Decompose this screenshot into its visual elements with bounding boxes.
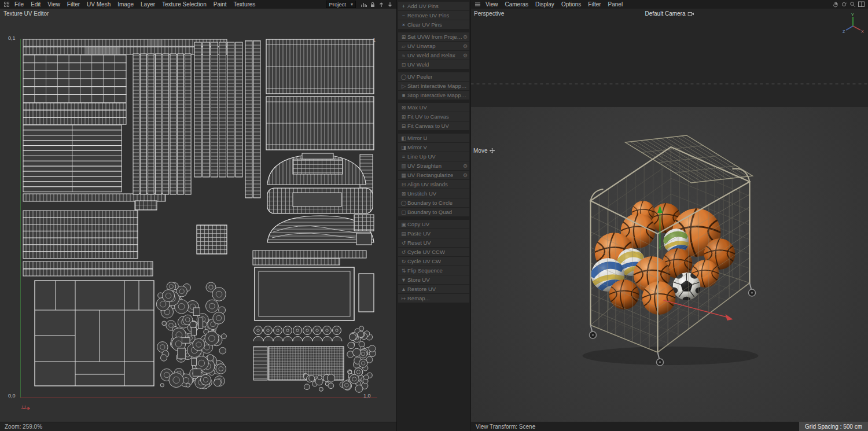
- tool-item-uv-weld-and-relax[interactable]: ≈UV Weld and Relax⚙: [398, 51, 469, 60]
- menu-display[interactable]: Display: [532, 0, 558, 9]
- pan-hand-icon[interactable]: [831, 0, 840, 9]
- stop-mapping-icon: ■: [400, 93, 407, 98]
- tool-item-align-uv-islands[interactable]: ⊟Align UV Islands: [398, 180, 469, 189]
- tool-item-label: Boundary to Quad: [407, 209, 452, 215]
- scene-3d[interactable]: [471, 9, 868, 422]
- start-mapping-icon: ▷: [400, 83, 407, 89]
- hamburger-icon[interactable]: [473, 0, 482, 9]
- tool-item-remove-uv-pins[interactable]: −Remove UV Pins: [398, 11, 469, 20]
- tool-item-cycle-uv-cw[interactable]: ↻Cycle UV CW: [398, 257, 469, 266]
- tool-item-line-up-uv[interactable]: ≡Line Up UV: [398, 152, 469, 161]
- menu-textures[interactable]: Textures: [230, 0, 259, 9]
- menu-view[interactable]: View: [44, 0, 64, 9]
- tool-item-uv-unwrap[interactable]: ▱UV Unwrap⚙: [398, 42, 469, 50]
- fit-uv-canvas-icon: ⊞: [400, 114, 407, 120]
- viewport-canvas[interactable]: Perspective Default Camera Move Y X Z: [471, 9, 868, 422]
- rectangularize-icon: ▦: [400, 172, 407, 178]
- tool-item-cycle-uv-ccw[interactable]: ↺Cycle UV CCW: [398, 248, 469, 256]
- menu-filter[interactable]: Filter: [584, 0, 604, 9]
- tool-item-set-uvw-from-projection[interactable]: ⊞Set UVW from Projection⚙: [398, 32, 469, 41]
- tool-item-add-uv-pins[interactable]: +Add UV Pins: [398, 2, 469, 10]
- axis-gizmo[interactable]: Y X Z: [841, 12, 865, 35]
- gizmo-z-label: Z: [843, 30, 845, 34]
- grid-spacing-status: Grid Spacing : 500 cm: [799, 422, 868, 431]
- tool-item-start-interactive-mapping[interactable]: ▷Start Interactive Mapping: [398, 82, 469, 90]
- gear-icon[interactable]: ⚙: [463, 172, 468, 178]
- tool-group-4: ⊠Max UV⊞Fit UV to Canvas⊟Fit Canvas to U…: [398, 103, 469, 131]
- gear-icon[interactable]: ⚙: [463, 34, 468, 40]
- tool-item-label: Flip Sequence: [407, 267, 443, 274]
- pin-clear-icon: ×: [400, 22, 407, 28]
- gear-icon[interactable]: ⚙: [463, 43, 468, 49]
- menu-file[interactable]: File: [11, 0, 27, 9]
- tool-item-unstitch-uv[interactable]: ⊠Unstitch UV: [398, 189, 469, 198]
- mirror-u-icon: ◧: [400, 135, 407, 141]
- chevron-down-icon: ▾: [351, 0, 353, 9]
- tool-item-mirror-u[interactable]: ◧Mirror U: [398, 134, 469, 142]
- tool-item-remap[interactable]: ↦Remap...: [398, 294, 469, 303]
- tool-item-label: UV Peeler: [407, 73, 432, 80]
- tool-item-uv-rectangularize[interactable]: ▦UV Rectangularize⚙: [398, 171, 469, 179]
- gear-icon[interactable]: ⚙: [463, 163, 468, 169]
- tool-item-label: Clear UV Pins: [407, 21, 442, 28]
- tool-item-label: UV Rectangularize: [407, 172, 453, 178]
- tool-item-uv-weld[interactable]: ⊡UV Weld: [398, 60, 469, 69]
- zoom-view-icon[interactable]: [848, 0, 857, 9]
- menu-paint[interactable]: Paint: [210, 0, 230, 9]
- uv-statusbar: Zoom: 259.0%: [0, 422, 396, 431]
- tool-item-paste-uv[interactable]: ▤Paste UV: [398, 229, 469, 238]
- uv-islands-canvas[interactable]: [0, 9, 396, 422]
- uv-canvas[interactable]: Texture UV Editor 0,1 1 0,0 1,0 U: [0, 9, 396, 422]
- tool-hint-label: Move: [473, 148, 487, 154]
- tool-item-uv-straighten[interactable]: ▥UV Straighten⚙: [398, 161, 469, 170]
- projection-icon: ⊞: [400, 34, 407, 40]
- orbit-icon[interactable]: [840, 0, 848, 9]
- menu-edit[interactable]: Edit: [27, 0, 44, 9]
- tool-item-label: Fit UV to Canvas: [407, 113, 449, 120]
- lock-icon[interactable]: [368, 0, 377, 9]
- menu-texture-selection[interactable]: Texture Selection: [159, 0, 210, 9]
- tool-item-label: Remap...: [407, 295, 430, 301]
- menu-image[interactable]: Image: [114, 0, 137, 9]
- camera-selector[interactable]: Default Camera: [645, 10, 694, 17]
- menu-view[interactable]: View: [482, 0, 502, 9]
- tool-item-fit-uv-to-canvas[interactable]: ⊞Fit UV to Canvas: [398, 112, 469, 121]
- upload-icon[interactable]: [377, 0, 385, 9]
- tool-item-flip-sequence[interactable]: ⇅Flip Sequence: [398, 266, 469, 275]
- u-axis-label: U: [22, 404, 26, 410]
- tool-item-max-uv[interactable]: ⊠Max UV: [398, 103, 469, 112]
- menu-panel[interactable]: Panel: [605, 0, 627, 9]
- tool-item-boundary-to-circle[interactable]: ◯Boundary to Circle: [398, 198, 469, 207]
- tool-item-label: Store UV: [407, 277, 430, 283]
- menu-uv-mesh[interactable]: UV Mesh: [83, 0, 114, 9]
- gear-icon[interactable]: ⚙: [463, 53, 468, 58]
- tool-item-reset-uv[interactable]: ↺Reset UV: [398, 238, 469, 247]
- tool-item-mirror-v[interactable]: ◨Mirror V: [398, 143, 469, 152]
- pin-add-icon: +: [400, 3, 407, 9]
- tool-group-3: ◯UV Peeler▷Start Interactive Mapping■Sto…: [398, 72, 469, 100]
- layout-panels-icon[interactable]: [857, 0, 866, 9]
- menu-options[interactable]: Options: [558, 0, 584, 9]
- tool-item-label: UV Straighten: [407, 163, 442, 169]
- tool-item-restore-uv[interactable]: ▲Restore UV: [398, 285, 469, 293]
- project-dropdown[interactable]: Project ▾: [326, 1, 356, 8]
- download-icon[interactable]: [385, 0, 394, 9]
- menu-filter[interactable]: Filter: [64, 0, 83, 9]
- left-menu-items: FileEditViewFilterUV MeshImageLayerTextu…: [11, 0, 259, 9]
- menu-cameras[interactable]: Cameras: [502, 0, 532, 9]
- tool-item-copy-uv[interactable]: ▣Copy UV: [398, 220, 469, 229]
- boundary-quad-icon: ▢: [400, 209, 407, 215]
- tool-item-clear-uv-pins[interactable]: ×Clear UV Pins: [398, 20, 469, 29]
- tool-item-uv-peeler[interactable]: ◯UV Peeler: [398, 72, 469, 81]
- tool-item-stop-interactive-mapping[interactable]: ■Stop Interactive Mapping: [398, 91, 469, 100]
- menu-layer[interactable]: Layer: [137, 0, 159, 9]
- tool-item-label: Fit Canvas to UV: [407, 123, 449, 129]
- tool-item-label: Remove UV Pins: [407, 12, 449, 19]
- remap-icon: ↦: [400, 296, 407, 301]
- tool-item-store-uv[interactable]: ▼Store UV: [398, 275, 469, 284]
- histogram-icon[interactable]: [359, 0, 368, 9]
- tool-item-fit-canvas-to-uv[interactable]: ⊟Fit Canvas to UV: [398, 121, 469, 130]
- tool-item-label: UV Unwrap: [407, 43, 436, 49]
- view-mode-label[interactable]: Perspective: [474, 10, 504, 17]
- tool-item-boundary-to-quad[interactable]: ▢Boundary to Quad: [398, 208, 469, 216]
